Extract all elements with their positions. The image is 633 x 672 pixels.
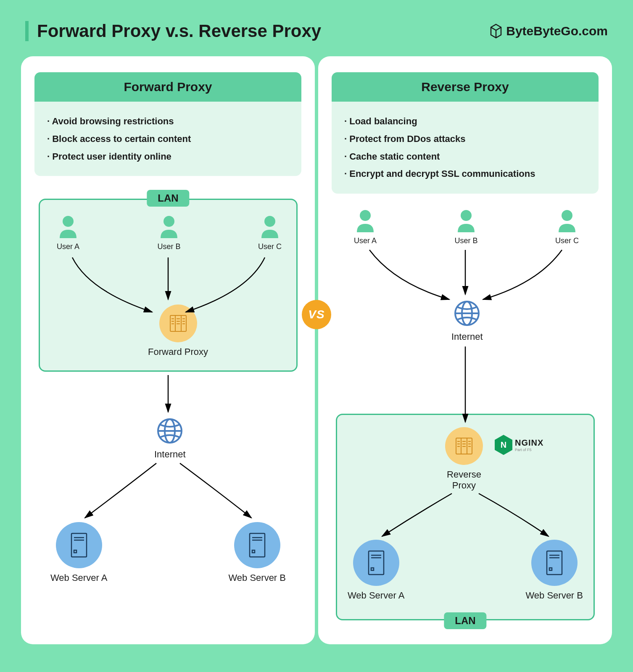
internet-label: Internet <box>451 331 483 342</box>
bullet: · Cache static content <box>344 148 586 165</box>
user-label: User A <box>354 236 377 245</box>
server-circle <box>353 540 399 586</box>
svg-rect-25 <box>252 550 255 553</box>
nginx-name: NGINX <box>515 438 543 448</box>
brand: ByteByteGo.com <box>489 24 608 39</box>
lan-label: LAN <box>147 190 189 207</box>
forward-card: Forward Proxy · Avoid browsing restricti… <box>34 72 301 176</box>
user: User B <box>156 214 182 251</box>
server-label: Web Server B <box>525 590 583 601</box>
server-node: Web Server B <box>525 540 583 601</box>
proxy-label: Forward Proxy <box>148 346 208 357</box>
svg-point-28 <box>562 210 572 221</box>
header: Forward Proxy v.s. Reverse Proxy ByteByt… <box>21 21 612 41</box>
user: User A <box>353 208 378 245</box>
server-circle <box>531 540 578 586</box>
forward-diagram: LAN User A User B User C <box>34 190 301 631</box>
svg-point-1 <box>164 216 174 227</box>
user-icon <box>554 208 580 233</box>
nginx-subtitle: Part of F5 <box>515 448 543 452</box>
svg-rect-47 <box>371 568 374 570</box>
server-label: Web Server A <box>348 590 404 601</box>
user: User C <box>257 214 282 251</box>
proxy-circle <box>445 427 483 465</box>
user-label: User C <box>555 236 579 245</box>
server-rack-icon <box>169 314 188 333</box>
vs-badge: VS <box>302 300 331 329</box>
panel-container: Forward Proxy · Avoid browsing restricti… <box>21 56 612 644</box>
bullet: · Protect from DDos attacks <box>344 130 586 148</box>
brand-text: ByteByteGo.com <box>506 24 608 38</box>
user-icon <box>55 214 81 239</box>
server-node: Web Server A <box>50 522 107 583</box>
server-tower-icon <box>545 549 564 576</box>
forward-card-body: · Avoid browsing restrictions · Block ac… <box>34 102 301 176</box>
bullet: · Avoid browsing restrictions <box>47 113 289 130</box>
user: User C <box>554 208 580 245</box>
svg-point-26 <box>360 210 371 221</box>
svg-point-0 <box>63 216 74 227</box>
brand-box-icon <box>489 24 503 39</box>
svg-rect-48 <box>547 551 562 575</box>
server-node: Web Server B <box>228 522 286 583</box>
server-rack-icon <box>454 436 474 456</box>
users-row: User A User B User C <box>353 208 580 245</box>
reverse-diagram: User A User B User C Interne <box>332 208 599 649</box>
reverse-proxy-node: ReverseProxy <box>445 427 483 491</box>
user-icon <box>257 214 282 239</box>
server-node: Web Server A <box>348 540 404 601</box>
svg-point-27 <box>461 210 472 221</box>
nginx-hex-icon: N <box>495 435 512 455</box>
internet-label: Internet <box>154 449 186 460</box>
user-label: User B <box>454 236 477 245</box>
reverse-proxy-panel: Reverse Proxy · Load balancing · Protect… <box>318 56 612 644</box>
server-label: Web Server B <box>228 572 286 583</box>
reverse-card-body: · Load balancing · Protect from DDos att… <box>332 102 599 194</box>
server-circle <box>234 522 280 568</box>
globe-icon <box>156 417 184 445</box>
user-label: User A <box>57 242 79 251</box>
svg-rect-51 <box>549 568 552 570</box>
forward-card-title: Forward Proxy <box>34 72 301 102</box>
svg-rect-22 <box>250 533 265 557</box>
reverse-card-title: Reverse Proxy <box>332 72 599 102</box>
globe-icon <box>453 299 481 327</box>
svg-point-2 <box>264 216 275 227</box>
servers-row: Web Server A Web Server B <box>50 522 286 583</box>
servers-row: Web Server A Web Server B <box>348 540 583 601</box>
users-row: User A User B User C <box>55 214 282 251</box>
nginx-logo: N NGINX Part of F5 <box>495 435 543 455</box>
proxy-circle <box>159 304 197 342</box>
server-tower-icon <box>248 532 266 559</box>
user-icon <box>156 214 182 239</box>
bullet: · Load balancing <box>344 113 586 130</box>
server-tower-icon <box>367 549 385 576</box>
svg-rect-21 <box>74 550 76 553</box>
proxy-label: ReverseProxy <box>447 469 481 491</box>
user-label: User B <box>157 242 180 251</box>
server-tower-icon <box>70 532 88 559</box>
svg-rect-18 <box>71 533 87 557</box>
forward-proxy-panel: Forward Proxy · Avoid browsing restricti… <box>21 56 315 644</box>
user: User A <box>55 214 81 251</box>
bullet: · Encrypt and decrypt SSL communications <box>344 165 586 183</box>
page-title: Forward Proxy v.s. Reverse Proxy <box>25 21 321 41</box>
user-icon <box>454 208 479 233</box>
user-label: User C <box>258 242 282 251</box>
lan-label: LAN <box>444 612 486 629</box>
forward-proxy-node: Forward Proxy <box>148 304 208 357</box>
bullet: · Block access to certain content <box>47 130 289 148</box>
internet-node: Internet <box>154 417 186 460</box>
server-circle <box>56 522 102 568</box>
reverse-card: Reverse Proxy · Load balancing · Protect… <box>332 72 599 194</box>
user-icon <box>353 208 378 233</box>
svg-rect-44 <box>369 551 384 575</box>
bullet: · Protect user identity online <box>47 148 289 165</box>
user: User B <box>454 208 479 245</box>
server-label: Web Server A <box>50 572 107 583</box>
internet-node: Internet <box>451 299 483 342</box>
